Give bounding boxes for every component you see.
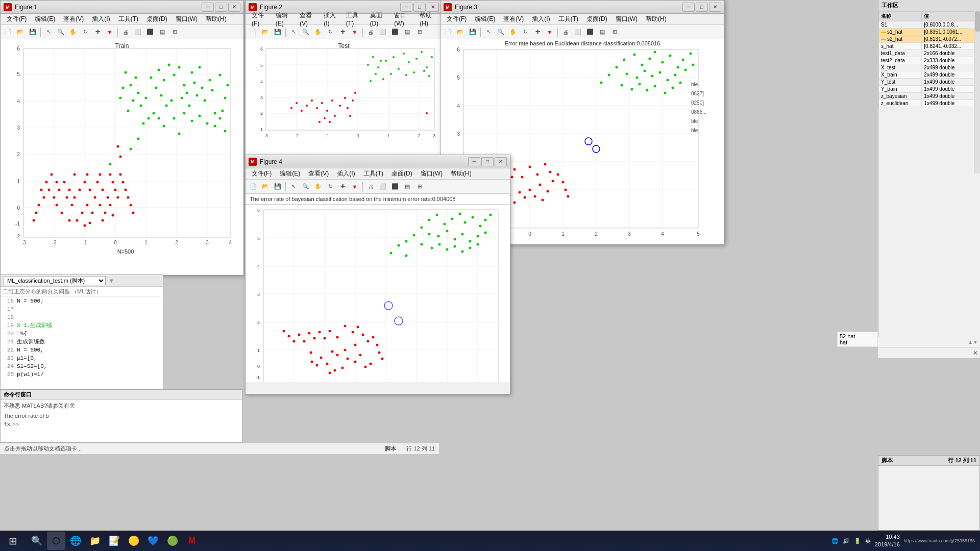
- figure4-controls[interactable]: ─ □ ✕: [468, 157, 507, 166]
- tb-save-f2[interactable]: 💾: [272, 27, 283, 38]
- tb-grid-f1[interactable]: ⊞: [169, 27, 180, 38]
- tb-open-f4[interactable]: 📂: [260, 181, 271, 192]
- menu-window-f2[interactable]: 窗口(W): [390, 10, 415, 28]
- menu-tools-f2[interactable]: 工具(T): [342, 10, 366, 28]
- taskbar-app1[interactable]: 🟡: [125, 532, 143, 550]
- figure1-close[interactable]: ✕: [228, 3, 240, 12]
- tb-legend-f4[interactable]: ▤: [402, 181, 413, 192]
- menu-view-f2[interactable]: 查看(V): [296, 10, 320, 28]
- ws-scroll-arrows[interactable]: ▲▼: [968, 339, 980, 345]
- taskbar-word[interactable]: 📝: [105, 532, 124, 550]
- tb-prop-f3[interactable]: ⬛: [584, 27, 596, 38]
- menu-file-f3[interactable]: 文件(F): [443, 14, 471, 24]
- tb-rotate-f4[interactable]: ↻: [325, 181, 336, 192]
- figure3-close[interactable]: ✕: [709, 3, 721, 12]
- menu-desktop-f3[interactable]: 桌面(D): [582, 14, 611, 24]
- menu-edit-f2[interactable]: 编辑(E): [272, 10, 296, 28]
- tb-datacursor-f4[interactable]: ✚: [337, 181, 348, 192]
- tb-new-f4[interactable]: 📄: [248, 181, 259, 192]
- menu-file-f2[interactable]: 文件(F): [248, 10, 272, 28]
- tb-print-f3[interactable]: 🖨: [560, 27, 571, 38]
- menu-window-f4[interactable]: 窗口(W): [416, 168, 447, 179]
- tb-pan-f2[interactable]: ✋: [312, 27, 324, 38]
- figure4-maximize[interactable]: □: [481, 157, 494, 166]
- ws-row-Ytest[interactable]: Y_test1x499 double: [879, 79, 980, 86]
- figure4-titlebar[interactable]: M Figure 4 ─ □ ✕: [246, 155, 510, 168]
- menu-window-f3[interactable]: 窗口(W): [611, 14, 642, 24]
- tb-export-f4[interactable]: ⬜: [377, 181, 388, 192]
- taskbar-explorer[interactable]: 📁: [86, 532, 104, 550]
- ws-row-shat[interactable]: s_hat[0.8241,-0.032...: [879, 43, 980, 50]
- taskbar-browser[interactable]: 🌐: [66, 532, 85, 550]
- tb-export-f1[interactable]: ⬜: [132, 27, 143, 38]
- figure4-window[interactable]: M Figure 4 ─ □ ✕ 文件(F) 编辑(E) 查看(V) 插入(I)…: [245, 155, 510, 394]
- tb-zoom-f4[interactable]: 🔍: [300, 181, 311, 192]
- workspace-close-bar[interactable]: ✕: [878, 347, 980, 358]
- tb-prop-f4[interactable]: ⬛: [389, 181, 401, 192]
- tb-save-f1[interactable]: 💾: [27, 27, 38, 38]
- menu-help-f2[interactable]: 帮助(H): [415, 10, 440, 28]
- tb-rotate-f1[interactable]: ↻: [80, 27, 91, 38]
- tb-pan-f4[interactable]: ✋: [312, 181, 324, 192]
- tb-zoom-f2[interactable]: 🔍: [300, 27, 311, 38]
- editor-file-selector[interactable]: ML_classification_test.m (脚本): [4, 276, 106, 285]
- taskbar-volume-icon[interactable]: 🔊: [843, 538, 850, 544]
- tb-datacursor-f2[interactable]: ✚: [337, 27, 348, 38]
- menu-view-f3[interactable]: 查看(V): [499, 14, 528, 24]
- tb-color-f1[interactable]: ▼: [104, 27, 115, 38]
- tb-export-f3[interactable]: ⬜: [572, 27, 583, 38]
- menu-view-f4[interactable]: 查看(V): [304, 168, 333, 179]
- tb-legend-f1[interactable]: ▤: [157, 27, 168, 38]
- taskbar-app2[interactable]: 🟢: [163, 532, 182, 550]
- figure4-minimize[interactable]: ─: [468, 157, 480, 166]
- taskbar-ime[interactable]: 英: [865, 537, 871, 545]
- tb-new-f2[interactable]: 📄: [248, 27, 259, 38]
- menu-desktop-f2[interactable]: 桌面(D): [366, 10, 390, 28]
- tb-datacursor-f1[interactable]: ✚: [92, 27, 103, 38]
- menu-insert-f3[interactable]: 插入(I): [528, 14, 554, 24]
- tb-new-f1[interactable]: 📄: [3, 27, 14, 38]
- menu-help-f4[interactable]: 帮助(H): [447, 168, 476, 179]
- figure4-close[interactable]: ✕: [495, 157, 507, 166]
- tb-cursor-f4[interactable]: ↖: [288, 181, 299, 192]
- tb-save-f4[interactable]: 💾: [272, 181, 283, 192]
- menu-insert-f4[interactable]: 插入(I): [333, 168, 359, 179]
- ws-row-test2data[interactable]: test2_data2x333 double: [879, 57, 980, 64]
- editor-code[interactable]: 16 N = 500; 17 18 19 % 1.生成训练 20 □%{ 21 …: [1, 297, 163, 379]
- tb-rotate-f2[interactable]: ↻: [325, 27, 336, 38]
- tb-zoom-f3[interactable]: 🔍: [495, 27, 506, 38]
- tb-open-f1[interactable]: 📂: [15, 27, 26, 38]
- ws-row-zeuclidean[interactable]: z_euclidean1x499 double: [879, 100, 980, 107]
- tb-rotate-f3[interactable]: ↻: [520, 27, 531, 38]
- tb-prop-f2[interactable]: ⬛: [389, 27, 401, 38]
- cmd-prompt[interactable]: fx >>: [1, 420, 242, 429]
- tb-zoom-f1[interactable]: 🔍: [55, 27, 66, 38]
- figure3-minimize[interactable]: ─: [682, 3, 695, 12]
- menu-view-f1[interactable]: 查看(V): [59, 14, 88, 24]
- menu-help-f3[interactable]: 帮助(H): [642, 14, 671, 24]
- tb-prop-f1[interactable]: ⬛: [144, 27, 156, 38]
- tb-cursor-f3[interactable]: ↖: [483, 27, 494, 38]
- menu-file-f4[interactable]: 文件(F): [248, 168, 276, 179]
- ws-row-S1[interactable]: S1[0.6000,0,0.8...: [879, 21, 980, 29]
- taskbar-view[interactable]: ⬡: [47, 532, 65, 550]
- menu-window-f1[interactable]: 窗口(W): [172, 14, 202, 24]
- tb-datacursor-f3[interactable]: ✚: [532, 27, 543, 38]
- tb-print-f4[interactable]: 🖨: [365, 181, 376, 192]
- menu-insert-f2[interactable]: 插入(I): [320, 10, 342, 28]
- tb-save-f3[interactable]: 💾: [467, 27, 478, 38]
- taskbar-time[interactable]: 10:43 2019/4/16: [875, 533, 900, 549]
- tb-grid-f4[interactable]: ⊞: [414, 181, 425, 192]
- taskbar-search[interactable]: 🔍: [28, 532, 46, 550]
- tb-print-f1[interactable]: 🖨: [120, 27, 131, 38]
- ws-row-zbayesian[interactable]: z_bayesian1x499 double: [879, 93, 980, 100]
- ws-row-s2hat[interactable]: s2_hat [0.8131,-0.072...: [879, 36, 980, 43]
- ws-row-Xtrain[interactable]: X_train2x499 double: [879, 71, 980, 79]
- tb-open-f2[interactable]: 📂: [260, 27, 271, 38]
- taskbar-matlab[interactable]: M: [183, 532, 201, 550]
- figure1-maximize[interactable]: □: [215, 3, 227, 12]
- menu-tools-f3[interactable]: 工具(T): [554, 14, 582, 24]
- tb-grid-f3[interactable]: ⊞: [609, 27, 620, 38]
- menu-desktop-f1[interactable]: 桌面(D): [142, 14, 172, 24]
- tb-print-f2[interactable]: 🖨: [365, 27, 376, 38]
